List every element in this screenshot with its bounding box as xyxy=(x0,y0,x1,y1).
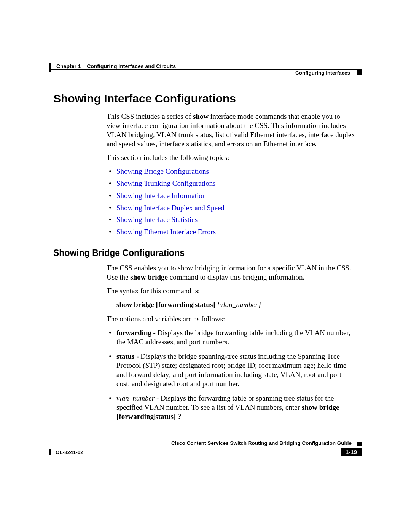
text-bold: [forwarding|status] ? xyxy=(116,412,181,420)
list-item: vlan_number - Displays the forwarding ta… xyxy=(107,394,356,421)
list-item: Showing Ethernet Interface Errors xyxy=(107,227,356,236)
header-square-icon xyxy=(357,70,362,75)
option-desc: - Displays the bridge forwarding table i… xyxy=(116,329,350,346)
footer-rule xyxy=(49,447,362,447)
topic-link[interactable]: Showing Trunking Configurations xyxy=(116,179,216,187)
option-name: forwarding xyxy=(116,329,151,337)
option-desc: - Displays the bridge spanning-tree stat… xyxy=(116,352,346,388)
intro-paragraph-2: This section includes the following topi… xyxy=(107,153,356,162)
bridge-paragraph-1: The CSS enables you to show bridging inf… xyxy=(107,264,356,282)
list-item: Showing Bridge Configurations xyxy=(107,167,356,176)
text: This CSS includes a series of xyxy=(107,112,193,120)
topic-link[interactable]: Showing Bridge Configurations xyxy=(116,167,209,175)
intro-block: This CSS includes a series of show inter… xyxy=(107,112,356,236)
heading-1: Showing Interface Configurations xyxy=(53,92,356,105)
bridge-block: The CSS enables you to show bridging inf… xyxy=(107,264,356,421)
syntax-italic: {vlan_number} xyxy=(215,300,261,308)
option-name: status xyxy=(116,352,135,360)
text-bold: show xyxy=(193,112,209,120)
footer-square-icon xyxy=(357,442,362,446)
text-bold: show bridge xyxy=(130,273,168,281)
list-item: forwarding - Displays the bridge forward… xyxy=(107,328,356,347)
topic-link[interactable]: Showing Interface Information xyxy=(116,192,206,200)
syntax-bold: show bridge [forwarding|status] xyxy=(116,300,215,308)
topic-link[interactable]: Showing Ethernet Interface Errors xyxy=(116,228,216,236)
chapter-label: Chapter 1 xyxy=(56,63,81,69)
heading-2: Showing Bridge Configurations xyxy=(53,248,356,258)
header-section: Configuring Interfaces xyxy=(295,70,350,76)
footer-guide-title: Cisco Content Services Switch Routing an… xyxy=(171,440,352,446)
list-item: Showing Trunking Configurations xyxy=(107,179,356,188)
topic-link-list: Showing Bridge Configurations Showing Tr… xyxy=(107,167,356,237)
option-name-italic: vlan_number xyxy=(116,394,155,402)
bridge-paragraph-2: The syntax for this command is: xyxy=(107,286,356,296)
topic-link[interactable]: Showing Interface Statistics xyxy=(116,216,198,224)
page-content: Showing Interface Configurations This CS… xyxy=(53,92,356,426)
list-item: Showing Interface Statistics xyxy=(107,215,356,224)
footer-page-number: 1-19 xyxy=(341,448,362,456)
bridge-paragraph-3: The options and variables are as follows… xyxy=(107,315,356,324)
header-bar-icon xyxy=(49,63,51,72)
list-item: Showing Interface Duplex and Speed xyxy=(107,203,356,212)
header-chapter: Chapter 1 Configuring Interfaces and Cir… xyxy=(56,63,176,69)
page-header: Chapter 1 Configuring Interfaces and Cir… xyxy=(49,62,362,75)
document-page: Chapter 1 Configuring Interfaces and Cir… xyxy=(0,0,411,532)
footer-bar-icon xyxy=(49,449,51,455)
list-item: status - Displays the bridge spanning-tr… xyxy=(107,352,356,388)
options-list: forwarding - Displays the bridge forward… xyxy=(107,328,356,421)
topic-link[interactable]: Showing Interface Duplex and Speed xyxy=(116,204,225,212)
footer-doc-number: OL-8241-02 xyxy=(56,449,83,455)
header-rule xyxy=(49,69,362,70)
list-item: Showing Interface Information xyxy=(107,191,356,200)
chapter-title: Configuring Interfaces and Circuits xyxy=(87,63,176,69)
text-bold: show bridge xyxy=(302,403,339,411)
command-syntax: show bridge [forwarding|status] {vlan_nu… xyxy=(116,300,356,309)
text: command to display this bridging informa… xyxy=(168,273,304,281)
intro-paragraph-1: This CSS includes a series of show inter… xyxy=(107,112,356,149)
